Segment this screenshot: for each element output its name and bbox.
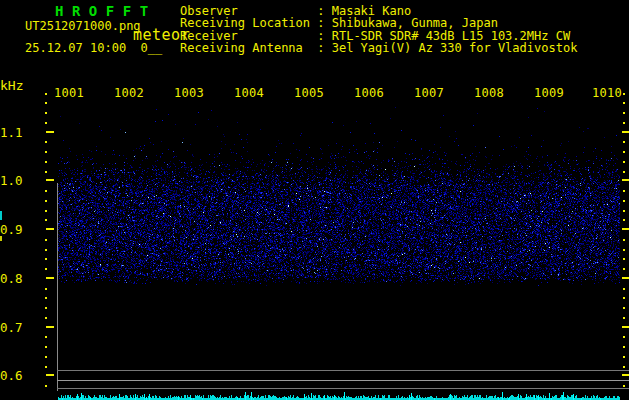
- y-axis-minor-tick-right: [623, 190, 625, 192]
- y-axis-minor-tick-right: [623, 122, 625, 124]
- y-axis-major-tick-right: [622, 179, 629, 181]
- y-axis-minor-tick-left: [45, 288, 47, 290]
- y-axis-major-tick-right: [622, 228, 629, 230]
- y-axis-minor-tick-right: [623, 297, 625, 299]
- y-axis-major-tick-left: [46, 228, 54, 230]
- x-axis-tick-label: 1002: [114, 86, 144, 100]
- y-axis-minor-tick-left: [45, 112, 47, 114]
- y-axis-major-tick-right: [622, 131, 629, 133]
- y-axis-minor-tick-left: [45, 219, 47, 221]
- y-axis-major-tick-left: [46, 326, 54, 328]
- y-axis-minor-tick-right: [623, 141, 625, 143]
- y-axis-minor-tick-left: [45, 366, 47, 368]
- y-axis-minor-tick-left: [45, 356, 47, 358]
- y-axis-minor-tick-left: [45, 336, 47, 338]
- y-axis-minor-tick-left: [45, 249, 47, 251]
- y-axis-minor-tick-right: [623, 268, 625, 270]
- y-axis-tick-label: 0.6: [0, 368, 23, 383]
- y-axis-minor-tick-right: [623, 219, 625, 221]
- y-axis-minor-tick-left: [45, 258, 47, 260]
- y-axis-tick-label: 1.0: [0, 173, 23, 188]
- filename-label: UT2512071000.png: [25, 19, 141, 33]
- y-axis-minor-tick-right: [623, 288, 625, 290]
- x-axis-tick-label: 1005: [294, 86, 324, 100]
- y-axis-minor-tick-left: [45, 297, 47, 299]
- y-axis-minor-tick-left: [45, 161, 47, 163]
- y-axis-minor-tick-left: [45, 317, 47, 319]
- y-axis-minor-tick-left: [45, 122, 47, 124]
- y-axis-major-tick-right: [622, 374, 629, 376]
- y-axis-tick-label: 0.9: [0, 222, 23, 237]
- y-axis-minor-tick-right: [623, 112, 625, 114]
- y-axis-minor-tick-right: [623, 161, 625, 163]
- datetime-counter-label: 25.12.07 10:00 0__: [25, 41, 162, 55]
- y-axis-major-tick-left: [46, 374, 54, 376]
- y-axis-minor-tick-right: [623, 346, 625, 348]
- x-axis-tick-label: 1007: [414, 86, 444, 100]
- y-axis-major-tick-right: [622, 326, 629, 328]
- y-axis-minor-tick-left: [45, 190, 47, 192]
- y-axis-minor-tick-left: [45, 141, 47, 143]
- y-axis-minor-tick-left: [45, 268, 47, 270]
- left-edge-marker: [0, 236, 2, 241]
- app-title: HROFFT: [55, 3, 157, 19]
- x-axis-tick-label: 1006: [354, 86, 384, 100]
- y-axis-tick-label: 0.8: [0, 271, 23, 286]
- y-axis-major-tick-left: [46, 131, 54, 133]
- y-axis-minor-tick-left: [45, 210, 47, 212]
- x-axis-tick-label: 1001: [54, 86, 84, 100]
- y-axis-tick-label: 1.1: [0, 125, 23, 140]
- y-axis-minor-tick-left: [45, 346, 47, 348]
- reference-line: [57, 380, 629, 381]
- y-axis-minor-tick-right: [623, 317, 625, 319]
- y-axis-major-tick-right: [622, 277, 629, 279]
- y-axis-minor-tick-right: [623, 249, 625, 251]
- y-axis-minor-tick-right: [623, 307, 625, 309]
- y-axis-minor-tick-right: [623, 258, 625, 260]
- y-axis-minor-tick-right: [623, 239, 625, 241]
- y-axis-minor-tick-left: [45, 102, 47, 104]
- signal-strength-bargraph: [58, 391, 620, 400]
- x-axis-tick-label: 1003: [174, 86, 204, 100]
- y-axis-minor-tick-right: [623, 356, 625, 358]
- y-axis-minor-tick-left: [45, 307, 47, 309]
- y-axis-tick-label: 0.7: [0, 320, 23, 335]
- x-axis-tick-label: 1009: [534, 86, 564, 100]
- y-axis-minor-tick-right: [623, 151, 625, 153]
- y-axis-minor-tick-left: [45, 239, 47, 241]
- info-line-receiving-antenna: Receiving Antenna : 3el Yagi(V) Az 330 f…: [180, 42, 577, 54]
- y-axis-minor-tick-right: [623, 210, 625, 212]
- y-axis-minor-tick-right: [623, 171, 625, 173]
- left-edge-marker: [0, 211, 2, 220]
- y-axis-minor-tick-right: [623, 336, 625, 338]
- y-axis-minor-tick-left: [45, 385, 47, 387]
- x-axis-tick-label: 1004: [234, 86, 264, 100]
- y-axis-minor-tick-right: [623, 366, 625, 368]
- info-line-receiving-location: Receiving Location : Shibukawa, Gunma, J…: [180, 17, 577, 29]
- y-axis-minor-tick-right: [623, 102, 625, 104]
- reference-line: [57, 370, 629, 371]
- y-axis-major-tick-left: [46, 277, 54, 279]
- x-axis-tick-label: 1010: [592, 86, 622, 100]
- y-axis-major-tick-left: [46, 179, 54, 181]
- y-axis-minor-tick-left: [45, 171, 47, 173]
- spectrogram-noise-band: [58, 100, 620, 290]
- y-axis-minor-tick-right: [623, 200, 625, 202]
- y-axis-unit-label: kHz: [0, 78, 23, 93]
- y-axis-minor-tick-left: [45, 151, 47, 153]
- y-axis-minor-tick-right: [623, 93, 625, 95]
- hrofft-screen: HROFFT UT2512071000.png meteor 25.12.07 …: [0, 0, 629, 400]
- station-info-block: Observer : Masaki KanoReceiving Location…: [180, 5, 577, 54]
- reference-line: [57, 388, 629, 389]
- y-axis-minor-tick-left: [45, 200, 47, 202]
- y-axis-minor-tick-right: [623, 385, 625, 387]
- x-axis-tick-label: 1008: [474, 86, 504, 100]
- y-axis-minor-tick-left: [45, 93, 47, 95]
